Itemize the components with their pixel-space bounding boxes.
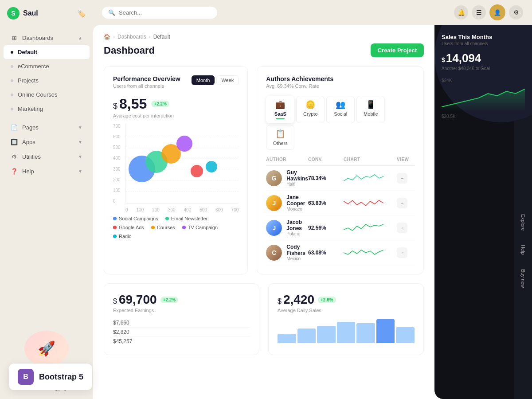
sidebar-item-label: Help [22,168,34,175]
chevron-icon: ▼ [78,125,82,130]
sparkline-1 [344,197,383,209]
author-info-3: C Cody Fishers Mexico [266,244,308,261]
earnings-value: $ 69,700 [113,293,157,307]
bubble-chart: 700 600 500 400 300 200 100 0 [113,124,239,212]
tab-others[interactable]: 📋 Others [266,125,294,150]
topbar-icons: 🔔 ☰ 👤 ⚙ [454,4,523,20]
view-button-3[interactable]: → [397,247,407,258]
expected-earnings-card: $ 69,700 +2.2% Expected Earnings $7,660 … [104,283,259,355]
performance-badge: +2.2% [151,101,169,107]
nav-dot [11,65,13,68]
chart-area [125,124,239,203]
saas-icon: 💼 [275,100,285,110]
app-name: Saul [23,9,38,17]
sales-this-month-title: Sales This Months [442,34,525,40]
author-conv-0: 78.34% [308,175,344,181]
sidebar-item-help[interactable]: ❓ Help ▼ [4,164,90,178]
week-toggle-button[interactable]: Week [216,75,239,85]
cards-row: Performance Overview Users from all chan… [104,66,424,274]
sidebar-item-dashboards[interactable]: ⊞ Dashboards ▲ [4,31,90,45]
content-area: 🏠 › Dashboards › Default Dashboard Creat… [93,25,532,399]
y-label-205k: $20.5K [442,114,525,119]
bubble-tv [176,136,192,152]
view-button-0[interactable]: → [397,173,407,184]
sidebar-item-marketing[interactable]: Marketing [4,102,90,116]
dashboard-main: 🏠 › Dashboards › Default Dashboard Creat… [93,25,434,399]
breadcrumb-dashboards[interactable]: Dashboards [117,34,146,40]
sidebar-item-pages[interactable]: 📄 Pages ▼ [4,120,90,134]
create-project-button[interactable]: Create Project [371,43,424,57]
sidebar-item-label: eCommerce [18,63,49,70]
legend-item-email: Email Newsletter [165,216,208,221]
earnings-row-2: $2,820 [113,328,250,337]
sidebar-illustration: 🚀 [24,331,69,366]
sidebar-item-ecommerce[interactable]: eCommerce [4,59,90,73]
nav-dot [11,94,13,96]
tab-social-label: Social [334,111,347,117]
avatar[interactable]: 👤 [489,4,505,20]
tab-mobile[interactable]: 📱 Mobile [356,96,385,123]
tab-social[interactable]: 👥 Social [326,96,355,123]
tab-saas[interactable]: 💼 SaaS [266,96,294,123]
tab-crypto-label: Crypto [303,111,317,117]
sidebar-toggle-icon[interactable]: 🏷️ [77,9,86,18]
mobile-icon: 📱 [366,100,376,110]
author-avatar-1: J [266,195,282,211]
earnings-badge: +2.2% [160,297,179,303]
nav-dot [11,108,13,110]
sales-this-month-subtitle: Users from all channels [442,41,525,46]
author-country-0: Haiti [286,182,308,187]
table-row: C Cody Fishers Mexico 63.08% [266,240,415,265]
sidebar-item-apps[interactable]: 🔲 Apps ▼ [4,135,90,149]
tab-saas-label: SaaS [274,111,286,117]
month-toggle-button[interactable]: Month [192,75,215,85]
sidebar-item-label: Marketing [18,106,43,112]
mini-bars-chart [278,317,415,343]
legend-item-tv: TV Campaign [182,225,218,230]
author-name-3: Cody Fishers [286,244,308,256]
utilities-icon: ⚙ [11,153,18,160]
legend-item-social: Social Campaigns [113,216,158,221]
sidebar-item-online-courses[interactable]: Online Courses [4,88,90,102]
sales-this-month: Sales This Months Users from all channel… [434,25,532,121]
tab-crypto[interactable]: 🪙 Crypto [296,96,325,123]
sales-value: $ 2,420 [278,293,314,307]
sales-chart-svg [442,85,525,111]
view-button-1[interactable]: → [397,198,407,208]
sidebar-item-utilities[interactable]: ⚙ Utilities ▼ [4,149,90,164]
authors-card-header: Authors Achievements Avg. 69.34% Conv. R… [266,75,415,89]
sidebar-item-label: Utilities [22,153,41,160]
dashboards-icon: ⊞ [11,34,18,41]
help-sidebar-button[interactable]: Help [519,241,528,258]
header-chart: CHART [344,157,397,162]
main-area: 🔍 🔔 ☰ 👤 ⚙ 🏠 › Dashboards › Default [93,0,532,399]
view-button-2[interactable]: → [397,223,407,233]
earnings-label: Expected Earnings [113,308,250,313]
chevron-icon: ▼ [78,154,82,159]
legend-item-google: Google Ads [113,225,144,230]
author-conv-3: 63.08% [308,250,344,256]
home-icon[interactable]: 🏠 [104,34,110,40]
chevron-icon: ▼ [78,169,82,174]
earnings-row-1: $7,660 [113,318,250,328]
search-box[interactable]: 🔍 [102,7,217,19]
pages-icon: 📄 [11,124,18,131]
nav-dot [11,51,13,54]
settings-button[interactable]: ⚙ [509,5,523,20]
sales-label: Average Daily Sales [278,308,415,313]
sidebar-header: S Saul 🏷️ [0,0,93,27]
performance-card: Performance Overview Users from all chan… [104,66,248,274]
sidebar-item-projects[interactable]: Projects [4,74,90,87]
notifications-button[interactable]: 🔔 [454,5,468,20]
chevron-icon: ▼ [78,140,82,145]
table-row: J Jane Cooper Monaco 63.83% [266,191,415,215]
explore-button[interactable]: Explore [519,211,528,234]
author-name-0: Guy Hawkins [286,169,308,182]
nav-dot [11,79,13,82]
sales-this-month-value: $ 14,094 [442,51,525,65]
topbar: 🔍 🔔 ☰ 👤 ⚙ [93,0,532,25]
menu-button[interactable]: ☰ [472,5,486,20]
search-input[interactable] [119,9,211,16]
sidebar-item-default[interactable]: Default [4,45,90,59]
buy-now-button[interactable]: Buy now [519,266,528,291]
